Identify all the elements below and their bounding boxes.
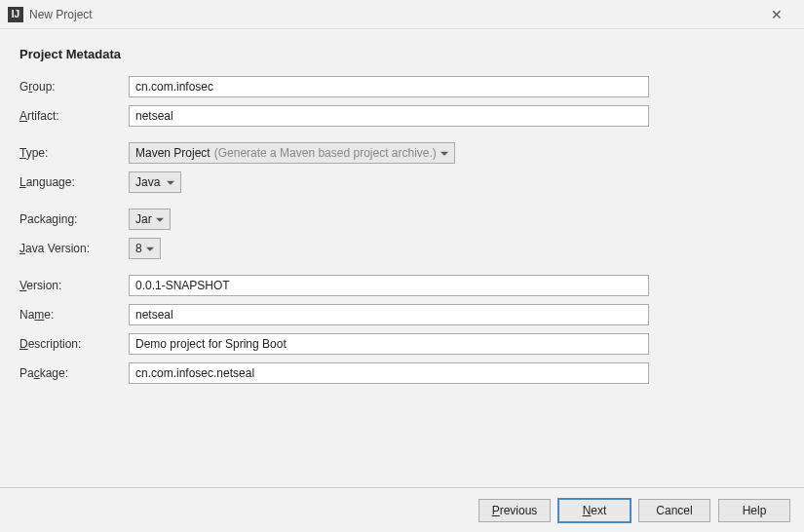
close-icon[interactable]: ✕ (757, 0, 796, 29)
row-version: Version: (19, 274, 785, 297)
version-input[interactable] (129, 275, 649, 296)
row-java-version: Java Version: 8 (19, 237, 785, 260)
type-select[interactable]: Maven Project (Generate a Maven based pr… (129, 142, 455, 164)
row-description: Description: (19, 332, 785, 356)
label-group: Group: (19, 80, 129, 94)
label-version: Version: (19, 279, 129, 292)
next-button[interactable]: Next (558, 499, 631, 522)
titlebar: IJ New Project ✕ (0, 0, 804, 29)
app-icon: IJ (8, 7, 23, 22)
label-java-version: Java Version: (19, 242, 129, 255)
artifact-input[interactable] (129, 105, 649, 127)
package-input[interactable] (129, 362, 649, 384)
row-packaging: Packaging: Jar (19, 208, 785, 231)
name-input[interactable] (129, 304, 649, 325)
row-type: Type: Maven Project (Generate a Maven ba… (19, 141, 785, 165)
button-bar: Previous Next Cancel Help (0, 487, 804, 532)
page-title: Project Metadata (19, 47, 785, 61)
row-language: Language: Java (19, 171, 785, 194)
group-input[interactable] (129, 76, 649, 97)
content-area: Project Metadata Group: Artifact: Type: … (0, 29, 804, 408)
row-group: Group: (19, 75, 785, 98)
label-name: Name: (19, 308, 129, 322)
window-title: New Project (29, 8, 93, 21)
label-description: Description: (19, 337, 129, 351)
java-version-select[interactable]: 8 (129, 238, 161, 259)
row-package: Package: (19, 361, 785, 385)
packaging-select[interactable]: Jar (129, 209, 171, 230)
previous-button[interactable]: Previous (479, 499, 551, 522)
help-button[interactable]: Help (718, 499, 790, 522)
label-package: Package: (19, 366, 129, 380)
row-artifact: Artifact: (19, 104, 785, 128)
row-name: Name: (19, 303, 785, 326)
label-artifact: Artifact: (19, 109, 129, 123)
cancel-button[interactable]: Cancel (638, 499, 710, 522)
description-input[interactable] (129, 333, 649, 355)
label-packaging: Packaging: (19, 212, 129, 226)
language-select[interactable]: Java (129, 171, 181, 193)
label-language: Language: (19, 175, 129, 189)
label-type: Type: (19, 146, 129, 160)
